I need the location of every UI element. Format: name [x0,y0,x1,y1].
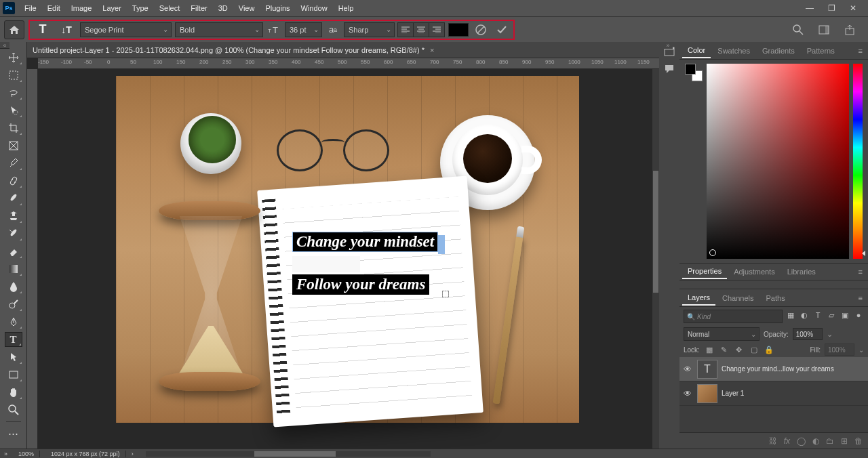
shape-tool[interactable] [5,367,22,382]
quick-select-tool[interactable] [5,103,22,118]
spectrum-cursor[interactable] [709,249,716,256]
gradient-tool[interactable] [5,262,22,276]
filter-shape-icon[interactable]: ▱ [826,311,837,322]
filter-type-icon[interactable]: T [812,311,823,322]
menu-select[interactable]: Select [154,2,186,14]
expand-icon[interactable]: » [4,451,7,457]
align-right-button[interactable] [429,22,445,37]
scrollbar-vertical[interactable] [652,69,659,449]
menu-help[interactable]: Help [333,2,359,14]
lock-pixels-icon[interactable]: ✎ [719,346,730,354]
type-tool[interactable]: T [5,332,22,347]
align-left-button[interactable] [397,22,414,37]
font-style-dropdown[interactable]: Bold [175,22,263,37]
tab-color[interactable]: Color [682,43,711,58]
text-empty-line[interactable] [292,256,360,272]
visibility-toggle-icon[interactable]: 👁 [682,365,693,374]
layer-row[interactable]: 👁 Layer 1 [679,381,868,406]
close-tab-icon[interactable]: × [430,46,434,54]
menu-3d[interactable]: 3D [213,2,233,14]
eraser-tool[interactable] [5,244,22,259]
move-tool[interactable] [5,50,22,65]
document-tab[interactable]: Untitled project-Layer 1 - 2025-01-11T08… [27,42,659,58]
eyedropper-tool[interactable] [5,156,22,171]
commit-edits-button[interactable] [493,21,511,39]
fg-bg-swatches[interactable] [685,64,703,81]
new-group-icon[interactable]: 🗀 [826,436,834,446]
edit-toolbar[interactable]: ⋯ [5,426,22,441]
tab-channels[interactable]: Channels [717,291,759,305]
tab-patterns[interactable]: Patterns [802,44,840,58]
chevron-right-icon[interactable]: › [132,451,134,457]
crop-tool[interactable] [5,121,22,136]
path-select-tool[interactable] [5,350,22,365]
collapse-right-icon[interactable]: » [663,42,673,49]
text-color-swatch[interactable] [448,23,469,37]
share-button[interactable] [841,21,859,39]
layer-thumbnail[interactable]: T [697,360,717,379]
pen-tool[interactable] [5,314,22,329]
hue-pointer[interactable] [862,251,865,256]
tab-gradients[interactable]: Gradients [757,44,800,58]
tab-adjustments[interactable]: Adjustments [728,265,781,278]
ruler-vertical[interactable] [27,69,38,449]
text-bounds-handle[interactable] [442,291,449,297]
lock-transparency-icon[interactable]: ▩ [704,346,715,354]
window-close-icon[interactable]: ✕ [845,3,861,13]
clone-stamp-tool[interactable] [5,209,22,224]
new-layer-icon[interactable]: ⊞ [841,436,848,446]
filter-pixel-icon[interactable]: ▦ [785,311,796,322]
layer-fx-icon[interactable]: fx [784,436,790,446]
lock-artboard-icon[interactable]: ▢ [749,346,760,354]
zoom-tool[interactable] [5,402,22,417]
lock-all-icon[interactable]: 🔒 [764,346,774,354]
link-layers-icon[interactable]: ⛓ [769,436,777,446]
scrollbar-horizontal[interactable] [146,451,431,457]
menu-edit[interactable]: Edit [42,2,66,14]
window-restore-icon[interactable]: ❐ [823,3,840,13]
font-family-dropdown[interactable]: Segoe Print [80,22,172,37]
marquee-tool[interactable] [5,68,22,83]
frame-tool[interactable] [5,138,22,153]
menu-file[interactable]: File [19,2,42,14]
dodge-tool[interactable] [5,297,22,312]
tab-libraries[interactable]: Libraries [782,265,821,278]
menu-window[interactable]: Window [296,2,333,14]
home-button[interactable] [4,20,24,39]
blur-tool[interactable] [5,279,22,294]
align-center-button[interactable] [413,22,429,37]
hue-slider[interactable] [853,64,863,259]
collapse-left-icon[interactable]: « [0,42,9,49]
layer-thumbnail[interactable] [697,384,717,403]
filter-adjust-icon[interactable]: ◐ [799,311,810,322]
text-orientation-toggle[interactable]: ↓T [56,22,77,38]
tab-layers[interactable]: Layers [682,291,715,306]
text-line-1[interactable]: Change your mindset [292,232,438,252]
adjustment-layer-icon[interactable]: ◐ [812,436,819,446]
layer-mask-icon[interactable]: ◯ [797,436,806,446]
panel-menu-icon[interactable]: ≡ [856,47,865,55]
lasso-tool[interactable] [5,85,22,100]
window-minimize-icon[interactable]: — [802,3,818,13]
filter-smart-icon[interactable]: ▣ [840,311,850,322]
text-layer-editing[interactable]: Change your mindset Follow your dreams [292,232,445,295]
hand-tool[interactable] [5,385,22,400]
opacity-value[interactable]: 100% [793,328,823,340]
layer-name[interactable]: Change your mind...llow your dreams [722,365,834,373]
search-button[interactable] [789,21,807,39]
tab-properties[interactable]: Properties [682,264,727,279]
fill-value[interactable]: 100% [825,344,854,356]
brush-tool[interactable] [5,191,22,206]
lock-position-icon[interactable]: ✥ [734,346,745,354]
blend-mode-dropdown[interactable]: Normal [684,327,760,341]
panel-menu-icon[interactable]: ≡ [856,268,865,276]
color-spectrum[interactable] [707,64,849,259]
layer-row[interactable]: 👁 T Change your mind...llow your dreams [679,357,868,381]
tab-paths[interactable]: Paths [761,291,791,305]
canvas-viewport[interactable]: Change your mindset Follow your dreams [38,69,659,449]
layer-filter-search[interactable]: Kind [684,310,783,323]
comments-panel-icon[interactable] [664,64,675,75]
menu-filter[interactable]: Filter [185,2,212,14]
layer-name[interactable]: Layer 1 [722,390,744,397]
workspace-switcher[interactable] [815,21,833,39]
